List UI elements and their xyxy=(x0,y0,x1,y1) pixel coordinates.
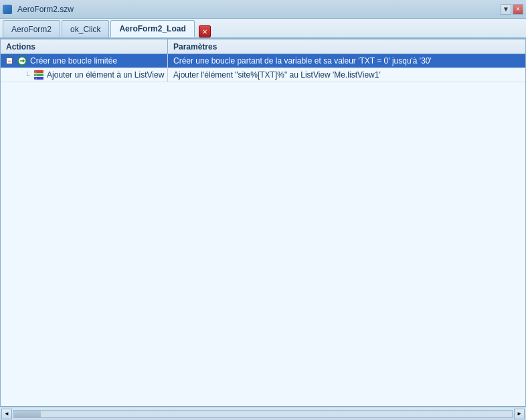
col-header-actions: Actions xyxy=(1,39,168,54)
action-cell-loop[interactable]: − Créer une boucle limitée xyxy=(1,54,168,68)
title-bar: AeroForm2.szw ▼ × xyxy=(0,0,526,19)
list-icon: 1 2 3 xyxy=(33,70,44,80)
title-bar-buttons: ▼ × xyxy=(501,4,523,15)
horizontal-scrollbar[interactable]: ◄ ► xyxy=(0,407,526,420)
scroll-thumb[interactable] xyxy=(14,411,41,417)
tab-ok-click[interactable]: ok_Click xyxy=(62,20,109,37)
title-bar-left: AeroForm2.szw xyxy=(3,5,74,14)
action-cell-listview-inner: └ 1 2 3 Ajouter un élément à un ListView xyxy=(6,70,164,80)
table-row[interactable]: − Créer une boucle limitée Créer une bou… xyxy=(1,54,525,68)
window-title: AeroForm2.szw xyxy=(17,5,74,14)
loop-icon xyxy=(17,56,27,66)
content-area: Actions Paramètres − Créer une bouc xyxy=(0,39,526,407)
expand-button-loop[interactable]: − xyxy=(6,58,13,64)
table-row[interactable]: └ 1 2 3 Ajouter un élément à un ListView xyxy=(1,68,525,82)
scroll-right-button[interactable]: ► xyxy=(514,409,525,419)
tab-aeroform2[interactable]: AeroForm2 xyxy=(3,20,60,37)
scroll-track[interactable] xyxy=(13,410,513,418)
pin-button[interactable]: ▼ xyxy=(501,4,511,15)
action-cell-loop-inner: − Créer une boucle limitée xyxy=(6,56,117,66)
action-label-listview: Ajouter un élément à un ListView xyxy=(47,70,164,80)
action-label-loop: Créer une boucle limitée xyxy=(30,56,117,66)
tab-aeroform2-load[interactable]: AeroForm2_Load xyxy=(110,20,194,37)
tab-bar: AeroForm2 ok_Click AeroForm2_Load ✕ xyxy=(0,19,526,39)
table-body: − Créer une boucle limitée Créer une bou… xyxy=(1,54,525,406)
action-cell-listview[interactable]: └ 1 2 3 Ajouter un élément à un ListView xyxy=(1,68,168,82)
param-cell-listview: Ajouter l'élément "site%[TXT]%" au ListV… xyxy=(168,68,525,82)
tab-close-button[interactable]: ✕ xyxy=(199,25,211,37)
col-header-params: Paramètres xyxy=(168,39,525,54)
app-icon xyxy=(3,5,12,14)
close-button[interactable]: × xyxy=(513,4,523,15)
scroll-left-button[interactable]: ◄ xyxy=(1,409,12,419)
tree-line: └ xyxy=(25,72,29,79)
param-cell-loop: Créer une boucle partant de la variable … xyxy=(168,54,525,68)
column-headers: Actions Paramètres xyxy=(1,39,525,54)
